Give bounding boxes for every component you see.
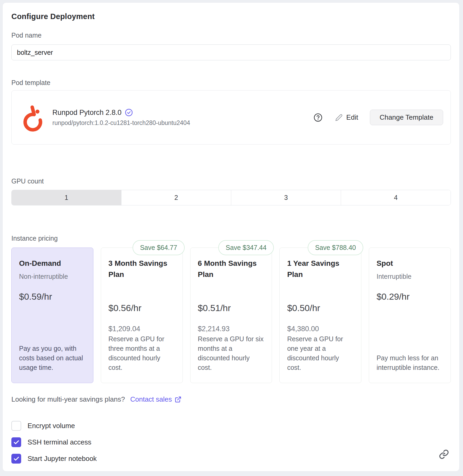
gpu-count-option-3[interactable]: 3 xyxy=(231,190,341,205)
pod-name-label: Pod name xyxy=(11,32,451,39)
plan-card-3-month-savings-plan[interactable]: Save $64.773 Month Savings Plan$0.56/hr$… xyxy=(101,248,183,383)
plan-card-on-demand[interactable]: On-DemandNon-interruptible$0.59/hrPay as… xyxy=(11,248,93,383)
option-row-ssh-terminal-access[interactable]: SSH terminal access xyxy=(11,437,451,447)
plan-total-price: $2,214.93 xyxy=(198,325,265,333)
savings-badge: Save $347.44 xyxy=(218,240,274,255)
plan-hourly-price: $0.29/hr xyxy=(376,291,444,302)
plan-card-6-month-savings-plan[interactable]: Save $347.446 Month Savings Plan$0.51/hr… xyxy=(190,248,272,383)
external-link-icon xyxy=(175,396,181,403)
gpu-count-option-2[interactable]: 2 xyxy=(121,190,231,205)
option-row-encrypt-volume[interactable]: Encrypt volume xyxy=(11,421,451,431)
plan-hourly-price: $0.50/hr xyxy=(287,303,354,313)
plan-card-spot[interactable]: SpotInterruptible$0.29/hrPay much less f… xyxy=(369,248,451,383)
plan-description: Reserve a GPU for three months at a disc… xyxy=(108,334,176,372)
pencil-icon xyxy=(335,114,343,121)
option-label: Start Jupyter notebook xyxy=(28,455,97,463)
contact-sales-label: Contact sales xyxy=(130,395,172,403)
verified-badge-icon xyxy=(125,108,133,117)
plan-hourly-price: $0.56/hr xyxy=(108,303,176,313)
configure-deployment-panel: Configure Deployment Pod name Pod templa… xyxy=(2,2,460,471)
checkbox-unchecked-icon[interactable] xyxy=(11,421,21,431)
edit-template-button[interactable]: Edit xyxy=(335,113,358,122)
plan-card-1-year-savings-plan[interactable]: Save $788.401 Year Savings Plan$0.50/hr$… xyxy=(279,248,361,383)
checkbox-checked-icon[interactable] xyxy=(11,454,21,464)
plan-hourly-price: $0.51/hr xyxy=(198,303,265,313)
contact-sales-link[interactable]: Contact sales xyxy=(130,395,181,403)
template-info: Runpod Pytorch 2.8.0 runpod/pytorch:1.0.… xyxy=(52,108,190,127)
pod-template-card: Runpod Pytorch 2.8.0 runpod/pytorch:1.0.… xyxy=(11,90,451,145)
copy-link-icon[interactable] xyxy=(439,449,449,460)
plan-title: On-Demand xyxy=(19,258,86,269)
pricing-plans: On-DemandNon-interruptible$0.59/hrPay as… xyxy=(11,248,451,383)
page-title: Configure Deployment xyxy=(11,12,451,21)
template-image-tag: runpod/pytorch:1.0.2-cu1281-torch280-ubu… xyxy=(52,119,190,127)
plan-subtitle: Interruptible xyxy=(376,273,444,280)
plan-description: Pay much less for an interruptible insta… xyxy=(376,353,444,372)
checkbox-checked-icon[interactable] xyxy=(11,437,21,447)
deployment-options: Encrypt volumeSSH terminal accessStart J… xyxy=(11,421,451,464)
change-template-button[interactable]: Change Template xyxy=(370,110,443,125)
gpu-count-option-4[interactable]: 4 xyxy=(341,190,451,205)
option-label: Encrypt volume xyxy=(28,422,75,430)
plan-description: Pay as you go, with costs based on actua… xyxy=(19,344,86,372)
plan-description: Reserve a GPU for six months at a discou… xyxy=(198,334,265,372)
pod-name-input[interactable] xyxy=(11,44,451,60)
pytorch-logo-icon xyxy=(21,103,44,132)
template-name: Runpod Pytorch 2.8.0 xyxy=(52,109,121,117)
gpu-count-label: GPU count xyxy=(11,177,451,185)
plan-title: 3 Month Savings Plan xyxy=(108,258,176,280)
plan-title: 6 Month Savings Plan xyxy=(198,258,265,280)
plan-description: Reserve a GPU for one year at a discount… xyxy=(287,334,354,372)
plan-total-price: $1,209.04 xyxy=(108,325,176,333)
option-label: SSH terminal access xyxy=(28,438,91,446)
template-actions: Edit Change Template xyxy=(314,110,443,125)
gpu-count-selector: 1234 xyxy=(11,190,451,205)
contact-question: Looking for multi-year savings plans? xyxy=(11,395,125,403)
edit-label: Edit xyxy=(346,113,358,122)
plan-title: 1 Year Savings Plan xyxy=(287,258,354,280)
plan-total-price: $4,380.00 xyxy=(287,325,354,333)
pod-template-label: Pod template xyxy=(11,79,451,87)
option-row-start-jupyter-notebook[interactable]: Start Jupyter notebook xyxy=(11,454,451,464)
savings-badge: Save $788.40 xyxy=(308,240,363,255)
savings-badge: Save $64.77 xyxy=(133,240,184,255)
plan-hourly-price: $0.59/hr xyxy=(19,291,86,302)
plan-title: Spot xyxy=(376,258,444,269)
plan-subtitle: Non-interruptible xyxy=(19,273,86,280)
help-icon[interactable] xyxy=(314,113,323,122)
gpu-count-option-1[interactable]: 1 xyxy=(12,190,121,205)
contact-row: Looking for multi-year savings plans? Co… xyxy=(11,395,451,403)
